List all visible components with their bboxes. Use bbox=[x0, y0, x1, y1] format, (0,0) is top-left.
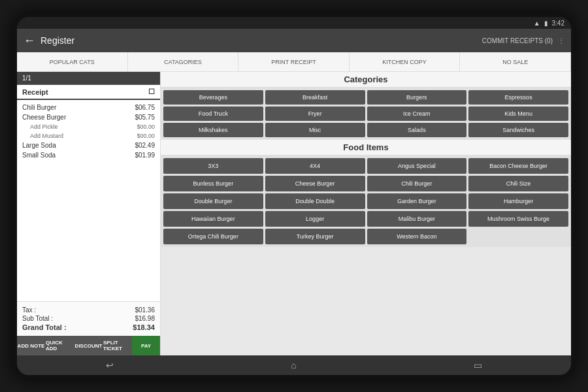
grandtotal-row: Grand Total : $18.34 bbox=[22, 323, 155, 332]
food-items-section: Food Items 3X34X4Angus SpecialBacon Chee… bbox=[161, 140, 571, 355]
tax-label: Tax : bbox=[22, 306, 36, 314]
food-item-angus-special-button[interactable]: Angus Special bbox=[367, 158, 467, 174]
category-milkshakes-button[interactable]: Milkshakes bbox=[163, 123, 263, 137]
food-item-western-bacon-button[interactable]: Western Bacon bbox=[367, 229, 467, 244]
food-item-double-burger-button[interactable]: Double Burger bbox=[163, 193, 263, 209]
categories-grid: BeveragesBreakfastBurgersEspressosFood T… bbox=[161, 88, 571, 140]
toolbar-title: Register bbox=[41, 35, 477, 46]
receipt-totals: Tax : $01.36 Sub Total : $16.98 Grand To… bbox=[17, 301, 160, 336]
tab-popular-cats[interactable]: POPULAR CATS bbox=[17, 52, 128, 71]
receipt-item[interactable]: Add Pickle$00.00 bbox=[17, 122, 160, 131]
receipt-item[interactable]: Small Soda$01.99 bbox=[17, 150, 160, 160]
food-item-bunless-burger-button[interactable]: Bunless Burger bbox=[163, 176, 263, 191]
split-ticket-button[interactable]: SPLIT TICKET bbox=[103, 336, 132, 355]
pay-button[interactable]: PAY bbox=[132, 336, 160, 355]
item-name: Add Pickle bbox=[30, 123, 58, 130]
food-item-hamburger-button[interactable]: Hamburger bbox=[468, 193, 568, 209]
receipt-header: 1/1 bbox=[17, 72, 160, 85]
tab-no-sale[interactable]: NO SALE bbox=[460, 52, 571, 71]
quick-add-button[interactable]: QUICK ADD bbox=[46, 336, 74, 355]
commit-receipts-button[interactable]: COMMIT RECEIPTS (0) bbox=[482, 37, 553, 44]
time-display: 3:42 bbox=[552, 20, 564, 27]
food-item-chili-size-button[interactable]: Chili Size bbox=[468, 176, 568, 191]
main-area: 1/1 Receipt ☐ Chili Burger$06.75Cheese B… bbox=[17, 72, 571, 355]
category-beverages-button[interactable]: Beverages bbox=[163, 90, 263, 105]
grandtotal-label: Grand Total : bbox=[22, 323, 67, 331]
category-breakfast-button[interactable]: Breakfast bbox=[265, 90, 365, 105]
item-name: Small Soda bbox=[22, 152, 56, 159]
page-indicator: 1/1 bbox=[22, 74, 31, 82]
receipt-item[interactable]: Chili Burger$06.75 bbox=[17, 103, 160, 112]
food-item-garden-burger-button[interactable]: Garden Burger bbox=[367, 193, 467, 209]
category-sandwiches-button[interactable]: Sandwiches bbox=[468, 123, 568, 137]
receipt-item[interactable]: Add Mustard$00.00 bbox=[17, 131, 160, 140]
category-kids-menu-button[interactable]: Kids Menu bbox=[468, 106, 568, 121]
food-item-4x4-button[interactable]: 4X4 bbox=[265, 158, 365, 174]
nav-home-icon[interactable]: ⌂ bbox=[291, 360, 296, 370]
receipt-panel: 1/1 Receipt ☐ Chili Burger$06.75Cheese B… bbox=[17, 72, 161, 355]
item-price: $05.75 bbox=[135, 114, 155, 121]
nav-back-icon[interactable]: ↩ bbox=[106, 360, 114, 370]
tax-row: Tax : $01.36 bbox=[22, 306, 155, 314]
food-item-chili-burger-button[interactable]: Chili Burger bbox=[367, 176, 467, 191]
tab-kitchen-copy[interactable]: KITCHEN COPY bbox=[350, 52, 461, 71]
add-note-button[interactable]: ADD NOTE bbox=[17, 336, 46, 355]
receipt-item[interactable]: Cheese Burger$05.75 bbox=[17, 112, 160, 122]
category-espressos-button[interactable]: Espressos bbox=[468, 90, 568, 105]
nav-recent-icon[interactable]: ▭ bbox=[474, 360, 482, 370]
receipt-title: Receipt bbox=[22, 88, 48, 96]
tab-bar: POPULAR CATS CATAGORIES PRINT RECEIPT KI… bbox=[17, 52, 571, 72]
item-price: $02.49 bbox=[135, 142, 155, 149]
item-name: Chili Burger bbox=[22, 104, 56, 111]
food-items-section-header: Food Items bbox=[161, 140, 571, 155]
discount-button[interactable]: DISCOUNT bbox=[74, 336, 103, 355]
item-price: $00.00 bbox=[137, 123, 155, 130]
food-item-mushroom-swiss-burge-button[interactable]: Mushroom Swiss Burge bbox=[468, 211, 568, 227]
item-price: $06.75 bbox=[135, 104, 155, 111]
status-bar: ▲ ▮ 3:42 bbox=[17, 17, 571, 29]
item-price: $00.00 bbox=[137, 133, 155, 139]
food-item-malibu-burger-button[interactable]: Malibu Burger bbox=[367, 211, 467, 227]
receipt-items-list: Chili Burger$06.75Cheese Burger$05.75Add… bbox=[17, 100, 160, 301]
item-name: Cheese Burger bbox=[22, 114, 66, 121]
food-item-turkey-burger-button[interactable]: Turkey Burger bbox=[265, 229, 365, 244]
receipt-item[interactable]: Large Soda$02.49 bbox=[17, 140, 160, 150]
nav-bar: ↩ ⌂ ▭ bbox=[17, 355, 571, 375]
tab-print-receipt[interactable]: PRINT RECEIPT bbox=[238, 52, 350, 71]
toolbar: ← Register COMMIT RECEIPTS (0) ⋮ bbox=[17, 29, 571, 52]
subtotal-row: Sub Total : $16.98 bbox=[22, 314, 155, 323]
category-ice-cream-button[interactable]: Ice Cream bbox=[367, 106, 467, 121]
categories-section-header: Categories bbox=[161, 72, 571, 88]
menu-panel: Categories BeveragesBreakfastBurgersEspr… bbox=[161, 72, 571, 355]
receipt-checkbox-icon[interactable]: ☐ bbox=[148, 88, 155, 96]
tab-catagories[interactable]: CATAGORIES bbox=[128, 52, 239, 71]
wifi-icon: ▲ bbox=[534, 20, 540, 27]
category-food-truck-button[interactable]: Food Truck bbox=[163, 106, 263, 121]
subtotal-value: $16.98 bbox=[135, 315, 155, 322]
food-item-bacon-cheese-burger-button[interactable]: Bacon Cheese Burger bbox=[468, 158, 568, 174]
toolbar-actions: COMMIT RECEIPTS (0) ⋮ bbox=[482, 37, 564, 44]
back-button[interactable]: ← bbox=[24, 34, 35, 48]
food-item-logger-button[interactable]: Logger bbox=[265, 211, 365, 227]
food-item-cheese-burger-button[interactable]: Cheese Burger bbox=[265, 176, 365, 191]
item-name: Add Mustard bbox=[30, 133, 63, 139]
category-fryer-button[interactable]: Fryer bbox=[265, 106, 365, 121]
grandtotal-value: $18.34 bbox=[133, 323, 155, 331]
food-item-3x3-button[interactable]: 3X3 bbox=[163, 158, 263, 174]
subtotal-label: Sub Total : bbox=[22, 315, 53, 322]
item-name: Large Soda bbox=[22, 142, 56, 149]
tax-value: $01.36 bbox=[135, 306, 155, 314]
more-options-button[interactable]: ⋮ bbox=[558, 37, 564, 44]
category-misc-button[interactable]: Misc bbox=[265, 123, 365, 137]
food-items-grid: 3X34X4Angus SpecialBacon Cheese BurgerBu… bbox=[161, 155, 571, 247]
food-item-hawaiian-burger-button[interactable]: Hawaiian Burger bbox=[163, 211, 263, 227]
receipt-actions: ADD NOTEQUICK ADDDISCOUNTSPLIT TICKETPAY bbox=[17, 336, 160, 355]
food-item-ortega-chili-burger-button[interactable]: Ortega Chili Burger bbox=[163, 229, 263, 244]
app-content: ← Register COMMIT RECEIPTS (0) ⋮ POPULAR… bbox=[17, 29, 571, 355]
food-item--button[interactable] bbox=[468, 229, 568, 244]
category-salads-button[interactable]: Salads bbox=[367, 123, 467, 137]
item-price: $01.99 bbox=[135, 152, 155, 159]
tablet-device: ▲ ▮ 3:42 ← Register COMMIT RECEIPTS (0) … bbox=[13, 13, 575, 379]
food-item-double-double-button[interactable]: Double Double bbox=[265, 193, 365, 209]
category-burgers-button[interactable]: Burgers bbox=[367, 90, 467, 105]
